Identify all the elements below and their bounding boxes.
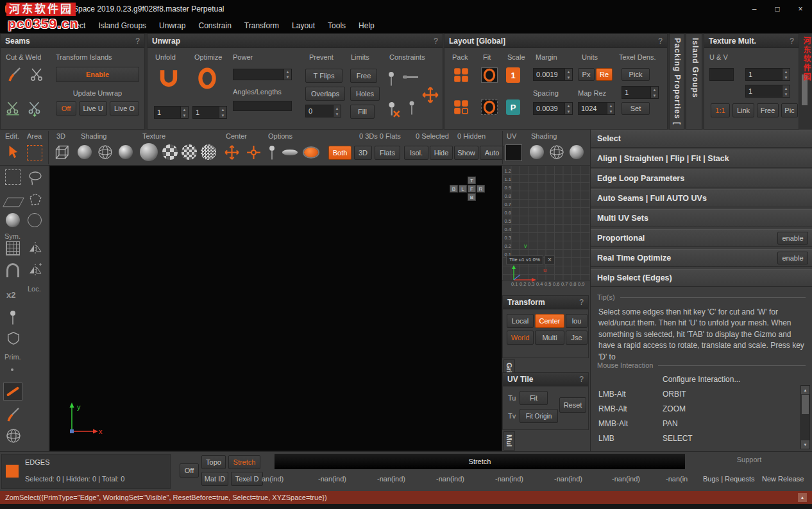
fit-tile-icon[interactable] bbox=[479, 98, 500, 116]
section-proportional[interactable]: Proportional enable bbox=[591, 229, 812, 247]
transform-header[interactable]: Transform ? bbox=[503, 296, 588, 309]
right-panel-scrollbar[interactable]: ▲ ▼ bbox=[800, 385, 810, 449]
pin-icon[interactable] bbox=[386, 69, 396, 89]
auto-button[interactable]: Auto bbox=[480, 146, 504, 160]
unfold-icon[interactable] bbox=[156, 66, 181, 91]
spin-up-icon[interactable]: ▲ bbox=[565, 69, 572, 74]
configure-interaction-link[interactable]: Configure Interaction... bbox=[591, 371, 812, 386]
section-select[interactable]: Select bbox=[591, 130, 812, 148]
fill-button[interactable]: Fill bbox=[350, 105, 375, 119]
mirror-weld-icon[interactable] bbox=[27, 262, 44, 279]
free-ratio-button[interactable]: Free bbox=[757, 103, 779, 117]
display-off-button[interactable]: Off bbox=[180, 463, 199, 478]
menu-item-layout[interactable]: Layout bbox=[285, 19, 321, 33]
reset-button[interactable]: Reset bbox=[559, 397, 586, 413]
scale-proportional-icon[interactable]: P bbox=[506, 99, 520, 115]
nav-right[interactable]: R bbox=[477, 185, 485, 193]
paint-brush-icon[interactable] bbox=[5, 406, 22, 424]
nav-front[interactable]: F bbox=[468, 185, 476, 193]
holes-button[interactable]: Holes bbox=[350, 87, 380, 101]
wireframe-box-icon[interactable] bbox=[54, 144, 71, 160]
use-button[interactable]: Jse bbox=[566, 331, 588, 345]
units-px-button[interactable]: Px bbox=[578, 68, 595, 81]
spin-up-icon[interactable]: ▲ bbox=[782, 69, 790, 74]
pack-selected-icon[interactable] bbox=[452, 98, 470, 116]
mat-id-button[interactable]: Mat ID bbox=[201, 472, 228, 486]
tile-close-button[interactable]: X bbox=[545, 255, 554, 264]
section-edge-loop[interactable]: Edge Loop Parameters bbox=[591, 169, 812, 187]
scale-one-icon[interactable]: 1 bbox=[506, 67, 520, 83]
seam-scissors-icon[interactable] bbox=[28, 65, 46, 84]
shield-icon[interactable] bbox=[6, 330, 21, 347]
ratio-1-1-button[interactable]: 1:1 bbox=[711, 103, 730, 117]
pin-sidebar-icon[interactable] bbox=[8, 308, 18, 327]
spin-up-icon[interactable]: ▲ bbox=[651, 87, 658, 92]
spin-up-icon[interactable]: ▲ bbox=[565, 103, 572, 108]
world-button[interactable]: World bbox=[507, 331, 534, 345]
spin-up-icon[interactable]: ▲ bbox=[181, 107, 188, 112]
seams-off-button[interactable]: Off bbox=[56, 101, 76, 116]
overlaps-button[interactable]: Overlaps bbox=[305, 87, 345, 101]
navigation-cube[interactable]: T B L F R B bbox=[450, 177, 485, 201]
select-cursor-icon[interactable] bbox=[4, 142, 22, 162]
section-align[interactable]: Align | Straighten | Flip | Fit | Stack bbox=[591, 150, 812, 168]
pick-button[interactable]: Pick bbox=[622, 68, 650, 81]
center-button[interactable]: Center bbox=[535, 314, 564, 328]
checker-sphere-medium-icon[interactable] bbox=[182, 144, 197, 160]
realtime-enable-button[interactable]: enable bbox=[777, 252, 808, 264]
menu-item-island-groups[interactable]: Island Groups bbox=[92, 19, 153, 33]
margin-spinner[interactable]: 0.0019 ▲▼ bbox=[533, 68, 573, 81]
help-icon[interactable]: ? bbox=[434, 37, 438, 46]
local-button[interactable]: Local bbox=[507, 314, 534, 328]
menu-item-transform[interactable]: Transform bbox=[238, 19, 285, 33]
marquee-handles-icon[interactable] bbox=[5, 169, 21, 185]
wireframe-sphere-icon[interactable] bbox=[97, 144, 113, 160]
tab-packing-properties[interactable]: Packing Properties [ bbox=[669, 33, 684, 130]
spin-up-icon[interactable]: ▲ bbox=[284, 69, 291, 74]
layout-panel-header[interactable]: Layout [Global] ? bbox=[444, 34, 667, 48]
spin-up-icon[interactable]: ▲ bbox=[334, 105, 341, 111]
spin-down-icon[interactable]: ▼ bbox=[565, 108, 572, 114]
t-flips-button[interactable]: T Flips bbox=[305, 69, 343, 83]
scrollbar-track[interactable] bbox=[801, 394, 809, 440]
live-cut-icon[interactable] bbox=[3, 98, 22, 119]
unfold-iterations-spinner[interactable]: 1 ▲▼ bbox=[154, 106, 189, 119]
viewport-3d[interactable]: T B L F R B y x bbox=[49, 166, 502, 451]
nav-bottom[interactable]: B bbox=[468, 193, 476, 201]
spinner-arrows[interactable]: ▲▼ bbox=[564, 103, 572, 114]
console-scroll-up-icon[interactable]: ▲ bbox=[798, 493, 807, 502]
texel-d-button[interactable]: Texel D bbox=[231, 472, 263, 486]
mirror-icon[interactable] bbox=[27, 240, 44, 257]
menu-item-tools[interactable]: Tools bbox=[321, 19, 352, 33]
spin-up-icon[interactable]: ▲ bbox=[782, 85, 790, 91]
vertical-pin-icon[interactable] bbox=[407, 97, 417, 119]
section-help-select[interactable]: Help Select (Edges) bbox=[591, 269, 812, 287]
live-o-button[interactable]: Live O bbox=[110, 101, 139, 116]
globe-icon[interactable] bbox=[5, 427, 22, 444]
help-icon[interactable]: ? bbox=[579, 298, 584, 307]
nav-back[interactable]: B bbox=[450, 185, 458, 193]
checker-sphere-small-icon[interactable] bbox=[201, 144, 216, 160]
spinner-arrows[interactable]: ▲▼ bbox=[564, 69, 572, 80]
isolate-button[interactable]: Isol. bbox=[404, 146, 428, 160]
section-realtime-optimize[interactable]: Real Time Optimize enable bbox=[591, 249, 812, 267]
bugs-requests-link[interactable]: Bugs | Requests bbox=[703, 475, 755, 483]
nav-top[interactable]: T bbox=[468, 177, 476, 184]
v-mult-spinner[interactable]: 1 ▲▼ bbox=[745, 85, 790, 98]
lasso-icon[interactable] bbox=[27, 169, 44, 186]
spin-up-icon[interactable]: ▲ bbox=[219, 107, 226, 112]
area-marquee-icon[interactable] bbox=[27, 145, 42, 160]
fit-island-icon[interactable] bbox=[479, 66, 500, 84]
uv-grid-icon[interactable] bbox=[505, 144, 522, 161]
texture-sphere-icon[interactable] bbox=[140, 143, 158, 161]
spin-down-icon[interactable]: ▼ bbox=[651, 92, 658, 98]
map-rez-spinner[interactable]: 1024 ▲▼ bbox=[578, 102, 615, 115]
uv-tile-header[interactable]: UV Tile ? bbox=[503, 373, 588, 386]
spacing-spinner[interactable]: 0.0039 ▲▼ bbox=[533, 102, 573, 115]
live-weld-icon[interactable] bbox=[25, 98, 44, 119]
angles-lengths-slider[interactable] bbox=[233, 101, 292, 111]
fit-button[interactable]: Fit bbox=[520, 391, 548, 405]
spin-down-icon[interactable]: ▼ bbox=[334, 111, 341, 117]
spin-up-icon[interactable]: ▲ bbox=[607, 103, 614, 108]
texture-mult-header[interactable]: Texture Mult. ? bbox=[704, 34, 799, 48]
